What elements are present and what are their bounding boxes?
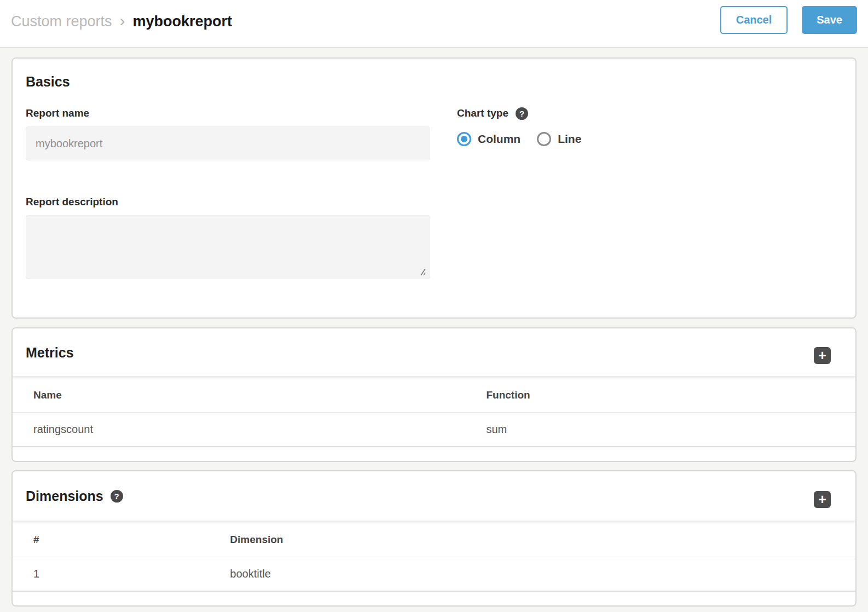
- dimension-name-cell: booktitle: [230, 557, 855, 592]
- basics-card: Basics Report name Report description Ch…: [11, 57, 857, 319]
- breadcrumb: Custom reports › mybookreport: [11, 13, 232, 30]
- textarea-resize-handle-icon[interactable]: [418, 268, 426, 276]
- chart-type-radio-group: Column Line: [457, 132, 842, 146]
- dimensions-table: # Dimension 1 booktitle: [13, 521, 855, 605]
- header-actions: Cancel Save: [720, 6, 857, 34]
- plus-icon: +: [818, 493, 826, 506]
- column-header-index: #: [13, 521, 230, 557]
- add-metric-button[interactable]: +: [814, 347, 831, 364]
- page-header: Custom reports › mybookreport Cancel Sav…: [0, 0, 868, 48]
- chart-type-help-icon[interactable]: ?: [516, 107, 528, 120]
- radio-unselected-icon: [537, 132, 551, 146]
- dimensions-card: Dimensions ? + # Dimension 1 booktitle: [11, 470, 857, 607]
- dimensions-card-header: Dimensions ? +: [13, 471, 855, 521]
- metrics-card: Metrics + Name Function ratingscount sum: [11, 327, 857, 462]
- breadcrumb-chevron-icon: ›: [120, 13, 125, 29]
- metric-row[interactable]: ratingscount sum: [13, 413, 855, 447]
- chart-type-option-column-label: Column: [478, 132, 520, 146]
- metrics-title: Metrics: [26, 344, 74, 361]
- breadcrumb-parent-link[interactable]: Custom reports: [11, 13, 112, 30]
- metrics-card-header: Metrics +: [13, 328, 855, 376]
- radio-selected-icon: [457, 132, 471, 146]
- save-button[interactable]: Save: [802, 6, 857, 34]
- metric-name-cell: ratingscount: [13, 413, 486, 447]
- report-name-input[interactable]: [26, 126, 430, 160]
- dimensions-title: Dimensions: [26, 487, 103, 505]
- add-dimension-button[interactable]: +: [814, 491, 831, 508]
- report-description-field: [26, 215, 430, 279]
- metrics-table: Name Function ratingscount sum: [13, 376, 855, 461]
- report-description-textarea[interactable]: [26, 216, 430, 279]
- basics-title: Basics: [26, 73, 842, 90]
- column-header-dimension: Dimension: [230, 521, 855, 557]
- plus-icon: +: [818, 349, 826, 362]
- metrics-table-footer: [13, 447, 855, 461]
- dimension-row[interactable]: 1 booktitle: [13, 557, 855, 592]
- dimension-index-cell: 1: [13, 557, 230, 592]
- cancel-button[interactable]: Cancel: [720, 6, 788, 34]
- main-content: Basics Report name Report description Ch…: [0, 48, 868, 607]
- chart-type-option-line[interactable]: Line: [537, 132, 581, 146]
- breadcrumb-current: mybookreport: [133, 13, 233, 30]
- metrics-header-row: Name Function: [13, 376, 855, 413]
- report-description-label: Report description: [26, 195, 430, 209]
- dimensions-help-icon[interactable]: ?: [111, 490, 123, 503]
- column-header-name: Name: [13, 376, 486, 413]
- chart-type-label: Chart type: [457, 107, 508, 120]
- chart-type-option-column[interactable]: Column: [457, 132, 520, 146]
- metric-function-cell: sum: [486, 413, 855, 447]
- chart-type-option-line-label: Line: [558, 132, 581, 146]
- dimensions-header-row: # Dimension: [13, 521, 855, 557]
- report-name-label: Report name: [26, 107, 430, 120]
- column-header-function: Function: [486, 376, 855, 413]
- dimensions-table-footer: [13, 591, 855, 605]
